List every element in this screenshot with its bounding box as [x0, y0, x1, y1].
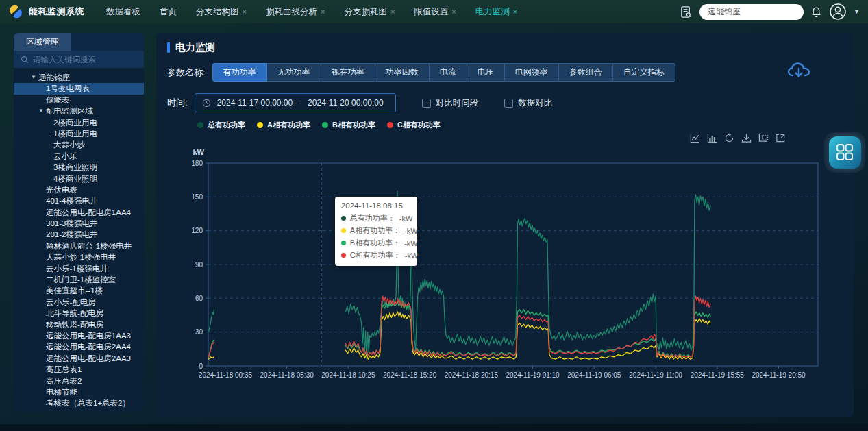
y-tick-label: 30 [195, 328, 203, 336]
cloud-download-icon[interactable] [786, 60, 811, 79]
legend-label: 总有功功率 [208, 120, 245, 130]
checkbox-group: 对比时间段数据对比 [396, 97, 553, 109]
tooltip-series-dot-icon [341, 253, 346, 258]
tree-item[interactable]: 二机门卫-1楼监控室 [14, 274, 144, 285]
tree-item[interactable]: 2楼商业用电 [14, 117, 144, 128]
tab-损耗曲线分析[interactable]: 损耗曲线分析× [266, 6, 325, 18]
tree-item[interactable]: 云小乐-1楼强电井 [14, 263, 144, 274]
zoom-reset-icon[interactable] [776, 133, 786, 143]
tree-item[interactable]: 大蒜小炒-1楼强电井 [14, 251, 144, 262]
tab-close-icon[interactable]: × [390, 8, 395, 16]
param-button-电压[interactable]: 电压 [467, 63, 505, 82]
checkbox-label: 数据对比 [518, 97, 552, 109]
sidebar-search-row [14, 51, 144, 68]
tree-item[interactable]: 大蒜小炒 [14, 139, 144, 150]
bell-icon[interactable] [810, 6, 822, 18]
save-image-icon[interactable] [741, 133, 752, 143]
legend-item-B相有功功率[interactable]: B相有功功率 [322, 120, 375, 130]
apps-menu-button[interactable] [829, 136, 861, 169]
tab-限值设置[interactable]: 限值设置× [414, 6, 456, 18]
parameter-label: 参数名称: [167, 66, 206, 79]
restore-icon[interactable] [724, 133, 734, 143]
tree-item[interactable]: 翰林酒店前台-1楼强电井 [14, 241, 144, 251]
legend-item-A相有功功率[interactable]: A相有功功率 [257, 120, 310, 130]
tree-item[interactable]: ▼远能锦座 [14, 72, 144, 83]
tree-item[interactable]: 美佳宜超市--1楼 [14, 285, 144, 296]
tree-item[interactable]: 移动铁塔-配电房 [14, 319, 144, 330]
param-button-电流[interactable]: 电流 [429, 63, 467, 82]
legend-item-C相有功功率[interactable]: C相有功功率 [387, 120, 441, 130]
legend-label: A相有功功率 [267, 120, 310, 130]
tree-item[interactable]: 考核表（总表1+总表2） [14, 397, 144, 408]
tree-item[interactable]: 远能公用电-配电房2AA4 [14, 341, 144, 352]
tree-item[interactable]: 201-2楼强电井 [14, 229, 144, 240]
param-button-功率因数[interactable]: 功率因数 [375, 63, 430, 82]
param-button-无功功率[interactable]: 无功功率 [266, 63, 321, 82]
power-line-chart[interactable]: 0306090120150180kW2024-11-18 00:352024-1… [167, 144, 843, 391]
param-button-参数组合[interactable]: 参数组合 [558, 63, 613, 82]
tree-item[interactable]: 远能公用电-配电房1AA4 [14, 207, 144, 218]
tree-item-label: 配电监测区域 [46, 106, 93, 116]
tree-item[interactable]: 远能公用电-配电房1AA3 [14, 330, 144, 341]
tree-item[interactable]: 云小乐 [14, 151, 144, 162]
tree-item[interactable]: 光伏电表 [14, 184, 144, 195]
tab-分支结构图[interactable]: 分支结构图× [196, 6, 247, 18]
tree-item[interactable]: 401-4楼强电井 [14, 195, 144, 206]
tooltip-timestamp: 2024-11-18 08:15 [341, 201, 411, 210]
data-zoom-icon[interactable] [758, 133, 769, 143]
line-chart-toggle-icon[interactable] [690, 133, 700, 143]
checkbox-对比时间段[interactable]: 对比时间段 [422, 97, 479, 109]
tab-分支损耗图[interactable]: 分支损耗图× [344, 6, 395, 18]
tab-close-icon[interactable]: × [513, 8, 517, 16]
date-range-picker[interactable]: 2024-11-17 00:00:00 - 2024-11-20 00:00:0… [195, 93, 396, 112]
tab-数据看板[interactable]: 数据看板 [106, 6, 140, 18]
tab-close-icon[interactable]: × [243, 8, 247, 16]
tree-expand-caret-icon[interactable]: ▼ [31, 72, 38, 83]
param-button-视在功率[interactable]: 视在功率 [321, 63, 375, 82]
checkbox-label: 对比时间段 [436, 97, 479, 109]
checkbox-数据对比[interactable]: 数据对比 [504, 97, 552, 109]
station-select[interactable]: 远能锦座 [699, 4, 804, 20]
legend-item-总有功功率[interactable]: 总有功功率 [197, 120, 245, 130]
keyword-search-input[interactable] [33, 56, 138, 64]
tree-item[interactable]: 4楼商业照明 [14, 173, 144, 184]
series-line-A相有功功率 [209, 357, 214, 359]
tree-expand-caret-icon[interactable]: ▼ [38, 106, 46, 116]
tree-item[interactable]: 3楼商业照明 [14, 162, 144, 173]
tree-item[interactable]: ▼配电监测区域 [14, 106, 144, 116]
topbar-right: 远能锦座 ▼ [680, 0, 860, 23]
tree-item[interactable]: 1号变电网表 [14, 83, 144, 94]
user-menu-caret-icon[interactable]: ▼ [854, 8, 860, 15]
sidebar-header: 区域管理 [14, 33, 144, 51]
checkbox-box[interactable] [504, 99, 513, 108]
tree-item-label: 1号变电网表 [46, 83, 90, 94]
tree-item[interactable]: 高压总表2 [14, 375, 144, 386]
tree-item-label: 云小乐 [53, 151, 77, 162]
chart-toolbar [690, 133, 786, 143]
tree-item[interactable]: 1楼商业用电 [14, 128, 144, 139]
tree-item[interactable]: 远能公用电-配电房2AA3 [14, 353, 144, 364]
tree-item[interactable]: 云小乐-配电房 [14, 297, 144, 308]
param-button-电网频率[interactable]: 电网频率 [504, 63, 559, 82]
tab-close-icon[interactable]: × [321, 8, 325, 16]
tree-item[interactable]: 北斗导航-配电房 [14, 308, 144, 319]
tab-电力监测[interactable]: 电力监测× [475, 6, 517, 18]
tab-region-management[interactable]: 区域管理 [14, 33, 71, 51]
tree-item[interactable]: 301-3楼强电井 [14, 218, 144, 229]
title-accent-bar [167, 42, 170, 53]
checkbox-box[interactable] [422, 99, 431, 108]
report-icon[interactable] [680, 5, 693, 19]
bar-chart-toggle-icon[interactable] [707, 133, 717, 143]
tree-item[interactable]: 电梯节能 [14, 386, 144, 397]
param-button-自定义指标[interactable]: 自定义指标 [612, 63, 675, 82]
range-separator: - [299, 98, 301, 108]
tab-close-icon[interactable]: × [451, 8, 456, 16]
tree-item-label: 3楼商业照明 [53, 162, 97, 173]
tree-item[interactable]: 储能表 [14, 95, 144, 106]
top-bar: 能耗监测系统 数据看板首页分支结构图×损耗曲线分析×分支损耗图×限值设置×电力监… [0, 0, 868, 23]
y-tick-label: 90 [195, 261, 203, 269]
user-avatar[interactable] [829, 3, 847, 21]
param-button-有功功率[interactable]: 有功功率 [212, 63, 267, 82]
tab-首页[interactable]: 首页 [160, 6, 177, 18]
tree-item[interactable]: 高压总表1 [14, 364, 144, 375]
